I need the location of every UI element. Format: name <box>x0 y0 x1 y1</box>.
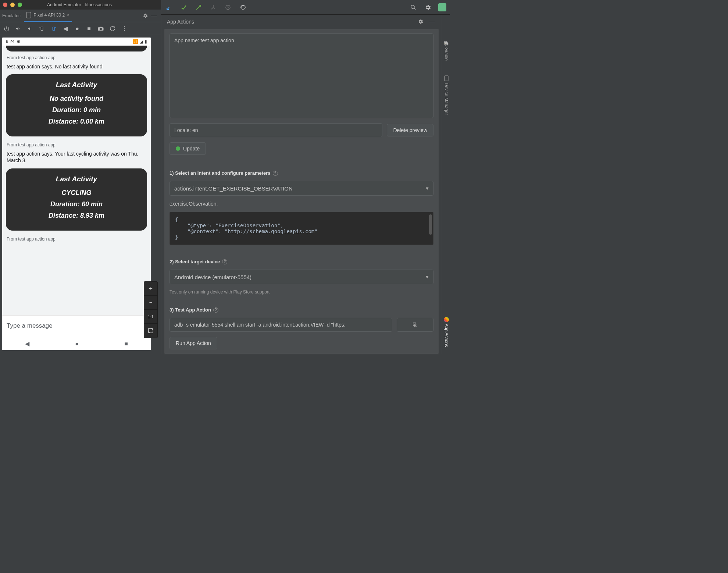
search-icon[interactable] <box>409 3 418 12</box>
intent-dropdown[interactable]: actions.intent.GET_EXERCISE_OBSERVATION … <box>169 181 433 196</box>
chevron-down-icon: ▾ <box>426 274 429 280</box>
device-icon <box>444 75 449 81</box>
volume-up-icon[interactable] <box>14 24 23 33</box>
undo-icon[interactable] <box>238 3 247 12</box>
right-side-tabs: 🐘 Gradle Device Manager App Actions <box>442 15 450 354</box>
emulator-tab-label: Pixel 4 API 30 2 <box>33 13 65 18</box>
svg-rect-2 <box>41 27 43 30</box>
app-name-field[interactable]: App name: test app action <box>169 33 433 118</box>
zoom-in-button[interactable]: ＋ <box>144 282 157 296</box>
run-app-action-button[interactable]: Run App Action <box>169 337 217 349</box>
statusbar-gear-icon: ⚙ <box>17 39 21 44</box>
device-icon <box>26 12 31 18</box>
panel-settings-icon[interactable] <box>416 17 425 26</box>
card2-line3: Distance: 8.93 km <box>12 212 141 220</box>
card1-title: Last Activity <box>12 81 141 89</box>
side-tab-app-actions[interactable]: App Actions <box>444 317 449 347</box>
nav-recents-icon[interactable]: ■ <box>124 341 128 347</box>
minimize-window-button[interactable] <box>10 3 15 7</box>
card1-line1: No activity found <box>12 95 141 103</box>
android-navbar: ◀ ● ■ <box>2 337 151 350</box>
zoom-controls: ＋ － 1:1 <box>144 281 158 338</box>
message-input[interactable]: Type a message <box>7 322 146 330</box>
svg-rect-1 <box>28 17 29 17</box>
stop-icon[interactable]: ■ <box>85 24 93 33</box>
nav-home-icon[interactable]: ● <box>75 341 79 347</box>
ide-run-toolbar <box>161 0 450 15</box>
svg-rect-9 <box>445 76 448 81</box>
delete-preview-button[interactable]: Delete preview <box>387 124 433 136</box>
emulator-settings-icon[interactable] <box>141 11 150 20</box>
step-into-icon[interactable] <box>165 3 174 12</box>
back-icon[interactable]: ◀ <box>61 24 70 33</box>
svg-point-6 <box>411 5 414 8</box>
device-hint: Test only on running device with Play St… <box>169 289 433 295</box>
copy-command-button[interactable] <box>397 318 433 332</box>
rotate-right-icon[interactable] <box>49 24 58 33</box>
side-tab-gradle[interactable]: 🐘 Gradle <box>444 40 449 61</box>
step-out-icon[interactable] <box>194 3 203 12</box>
android-statusbar: 9:24 ⚙ 📶 ◢ ▮ <box>2 38 151 46</box>
help-icon[interactable]: ? <box>273 171 278 176</box>
ide-tool-area: App Actions — App name: test app action … <box>161 0 450 354</box>
emulator-minimize-icon[interactable]: — <box>150 11 158 20</box>
update-button[interactable]: Update <box>169 142 206 155</box>
rotate-left-icon[interactable] <box>38 24 46 33</box>
activity-card-1: Last Activity No activity found Duration… <box>6 74 147 136</box>
svg-rect-3 <box>53 27 54 30</box>
zoom-1to1-button[interactable]: 1:1 <box>144 310 157 324</box>
locale-field[interactable]: Locale: en <box>169 123 382 137</box>
close-window-button[interactable] <box>3 3 7 7</box>
card1-line3: Distance: 0.00 km <box>12 118 141 125</box>
volume-down-icon[interactable] <box>26 24 35 33</box>
branch-icon[interactable] <box>209 3 218 12</box>
scrollbar-thumb[interactable] <box>429 214 432 235</box>
record-icon[interactable]: ● <box>73 24 82 33</box>
maximize-window-button[interactable] <box>18 3 22 7</box>
power-icon[interactable] <box>2 24 11 33</box>
account-avatar[interactable] <box>438 3 446 11</box>
panel-header: App Actions — <box>164 15 439 29</box>
assistant-reply-2: test app action says, Your last cycling … <box>7 150 143 164</box>
copy-icon <box>412 322 418 328</box>
assistant-chat-area[interactable]: From test app action app test app action… <box>2 46 151 315</box>
apply-icon[interactable] <box>179 3 188 12</box>
adb-command-field[interactable]: adb -s emulator-5554 shell am start -a a… <box>169 318 392 332</box>
nav-back-icon[interactable]: ◀ <box>25 340 29 347</box>
card2-title: Last Activity <box>12 175 141 183</box>
device-screen[interactable]: 9:24 ⚙ 📶 ◢ ▮ From test app action app te… <box>2 38 151 350</box>
help-icon[interactable]: ? <box>213 307 218 313</box>
message-input-area[interactable]: Type a message <box>2 315 151 337</box>
card2-line2: Duration: 60 min <box>12 200 141 208</box>
ide-settings-icon[interactable] <box>424 3 432 12</box>
close-tab-icon[interactable]: × <box>67 13 69 18</box>
zoom-out-button[interactable]: － <box>144 296 157 310</box>
param-label: exerciseObservation: <box>169 201 433 207</box>
activity-card-2: Last Activity CYCLING Duration: 60 min D… <box>6 168 147 231</box>
zoom-fit-button[interactable] <box>144 324 157 338</box>
previous-card-peek <box>6 46 147 51</box>
card1-line2: Duration: 0 min <box>12 106 141 114</box>
emulator-tab-pixel4[interactable]: Pixel 4 API 30 2 × <box>24 10 72 22</box>
step2-label: 2) Select target device ? <box>169 259 433 264</box>
app-actions-panel: App Actions — App name: test app action … <box>161 15 442 354</box>
help-icon[interactable]: ? <box>222 259 227 264</box>
panel-content: App name: test app action Locale: en Del… <box>164 29 439 354</box>
signal-icon: ◢ <box>140 39 143 44</box>
snapshot-icon[interactable] <box>108 24 117 33</box>
intent-value: actions.intent.GET_EXERCISE_OBSERVATION <box>174 185 293 192</box>
panel-hide-icon[interactable]: — <box>427 17 436 26</box>
device-dropdown[interactable]: Android device (emulator-5554) ▾ <box>169 270 433 284</box>
chevron-down-icon: ▾ <box>426 185 429 192</box>
history-icon[interactable] <box>224 3 232 12</box>
panel-title: App Actions <box>167 19 194 25</box>
device-value: Android device (emulator-5554) <box>174 274 251 280</box>
side-tab-device-manager[interactable]: Device Manager <box>444 75 449 115</box>
battery-icon: ▮ <box>144 39 147 44</box>
from-label: From test app action app <box>7 236 147 242</box>
more-icon[interactable]: ⋮ <box>120 24 129 33</box>
camera-icon[interactable] <box>96 24 105 33</box>
gradle-icon: 🐘 <box>444 40 449 46</box>
json-editor[interactable]: { "@type": "ExerciseObservation", "@cont… <box>169 212 433 245</box>
step3-label: 3) Test App Action ? <box>169 307 433 313</box>
